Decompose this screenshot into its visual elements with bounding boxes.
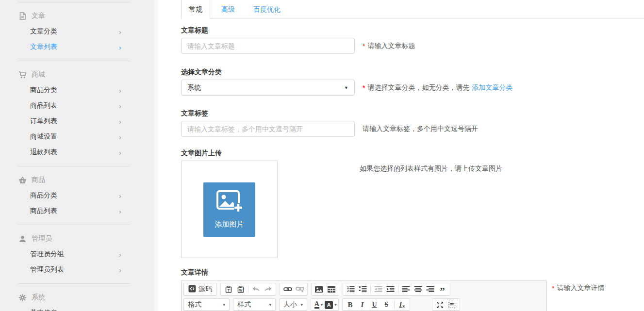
outdent-button[interactable] <box>372 284 384 295</box>
sidebar-divider <box>18 283 130 284</box>
article-category-hint: * 请选择文章分类，如无分类，请先 添加文章分类 <box>363 83 512 92</box>
sidebar-section-article[interactable]: 文章 <box>18 8 154 24</box>
size-dropdown[interactable]: 大小 ▾ <box>279 298 307 311</box>
paste-text-button[interactable]: T <box>222 284 234 295</box>
blockquote-button[interactable]: ” <box>436 284 448 295</box>
sidebar-item-goods-list[interactable]: 商品列表 › <box>18 98 121 114</box>
chevron-right-icon: › <box>119 87 121 94</box>
indent-button[interactable] <box>384 284 396 295</box>
sidebar-divider <box>18 61 130 61</box>
chevron-right-icon: › <box>119 251 121 258</box>
caret-down-icon: ▾ <box>321 302 323 307</box>
sidebar-section-label: 管理员 <box>32 234 52 243</box>
toolbar-separator <box>394 301 395 309</box>
article-detail-label: 文章详情 <box>181 267 644 277</box>
format-dropdown[interactable]: 格式 ▾ <box>183 298 230 311</box>
add-image-icon <box>216 190 243 214</box>
editor-toolbar-row-2: 格式 ▾ 样式 ▾ 大小 ▾ A <box>183 298 545 311</box>
align-left-button[interactable] <box>400 284 412 295</box>
sidebar-item-refund-list[interactable]: 退款列表 › <box>18 145 121 160</box>
article-tags-input[interactable] <box>181 121 355 137</box>
sidebar-item-product-list[interactable]: 商品列表 › <box>18 203 121 219</box>
bold-button[interactable]: B <box>344 299 356 310</box>
article-tags-label: 文章标签 <box>181 108 644 118</box>
chevron-right-icon: › <box>119 44 121 51</box>
italic-button[interactable]: I <box>356 299 368 310</box>
article-tags-hint: 请输入文章标签，多个用中文逗号隔开 <box>363 125 478 133</box>
styles-dropdown[interactable]: 样式 ▾ <box>233 298 276 311</box>
article-title-input[interactable] <box>181 38 355 54</box>
maximize-button[interactable] <box>434 299 446 310</box>
insert-image-button[interactable] <box>313 284 325 295</box>
quote-icon: ” <box>440 289 445 293</box>
paste-word-button[interactable]: W <box>234 284 247 295</box>
sidebar-section-mall[interactable]: 商城 <box>18 67 154 82</box>
sidebar-section-admin[interactable]: 管理员 <box>18 231 154 246</box>
strikethrough-button[interactable]: S <box>380 299 393 310</box>
add-category-link[interactable]: 添加文章分类 <box>472 83 512 92</box>
main-panel: 常规 高级 百度优化 文章标题 * 请输入文章标题 选择文章分类 系统 ▼ <box>158 0 644 311</box>
caret-down-icon: ▾ <box>223 302 225 307</box>
caret-down-icon: ▾ <box>334 302 337 307</box>
bg-color-button[interactable]: A ▾ <box>325 299 337 310</box>
sidebar-divider <box>18 166 130 166</box>
sidebar-item-basic-info[interactable]: 基本信息 › <box>18 305 121 311</box>
sidebar-item-article-list[interactable]: 文章列表 › <box>18 39 121 55</box>
remove-format-button[interactable]: I x <box>396 299 408 310</box>
undo-button[interactable] <box>250 284 262 295</box>
tab-advanced[interactable]: 高级 <box>214 0 242 18</box>
chevron-right-icon: › <box>119 266 121 274</box>
insert-table-button[interactable] <box>325 284 337 295</box>
tab-general[interactable]: 常规 <box>181 0 210 19</box>
chevron-right-icon: › <box>119 118 121 125</box>
source-button[interactable]: 源码 <box>185 284 215 295</box>
sidebar-item-order-list[interactable]: 订单列表 › <box>18 114 121 129</box>
ordered-list-button[interactable]: 12 <box>345 284 357 295</box>
sidebar-item-admin-list[interactable]: 管理员列表 › <box>18 262 121 278</box>
chevron-right-icon: › <box>119 133 121 141</box>
chevron-right-icon: › <box>119 310 121 311</box>
unlink-button[interactable] <box>294 284 306 295</box>
required-mark: * <box>363 84 365 92</box>
rich-text-editor: 源码 T W <box>181 280 547 311</box>
sidebar-section-label: 商城 <box>32 70 45 79</box>
basket-icon <box>18 177 27 184</box>
sidebar-section-system[interactable]: 系统 <box>18 290 154 305</box>
chevron-right-icon: › <box>119 192 121 199</box>
svg-text:2: 2 <box>347 289 349 293</box>
underline-button[interactable]: U <box>368 299 380 310</box>
editor-toolbar-row-1: 源码 T W <box>183 283 545 295</box>
text-color-button[interactable]: A ▾ <box>313 299 325 310</box>
link-button[interactable] <box>281 284 294 295</box>
svg-text:W: W <box>239 288 242 292</box>
chevron-right-icon: › <box>119 28 121 35</box>
sidebar-item-article-category[interactable]: 文章分类 › <box>18 24 121 39</box>
article-title-label: 文章标题 <box>181 25 644 35</box>
show-blocks-button[interactable] <box>446 299 458 310</box>
sidebar-item-admin-group[interactable]: 管理员分组 › <box>18 246 121 262</box>
image-upload-box: 添加图片 <box>181 161 278 258</box>
sidebar: 文章 文章分类 › 文章列表 › 商城 商品分类 › 商品列表 › 订单列表 › <box>0 0 154 311</box>
text-color-icon: A <box>314 301 319 309</box>
sidebar-item-goods-category[interactable]: 商品分类 › <box>18 82 121 98</box>
bullet-list-button[interactable] <box>357 284 369 295</box>
align-center-button[interactable] <box>412 284 424 295</box>
user-icon <box>18 235 27 243</box>
sidebar-section-label: 商品 <box>32 176 45 184</box>
article-category-select[interactable]: 系统 ▼ <box>181 80 355 96</box>
sidebar-section-label: 文章 <box>32 12 45 20</box>
file-icon <box>18 12 27 20</box>
tab-bar: 常规 高级 百度优化 <box>181 0 644 18</box>
caret-down-icon: ▾ <box>300 302 303 307</box>
sidebar-item-mall-settings[interactable]: 商城设置 › <box>18 129 121 145</box>
sidebar-item-product-category[interactable]: 商品分类 › <box>18 188 121 203</box>
admin-page: 文章 文章分类 › 文章列表 › 商城 商品分类 › 商品列表 › 订单列表 › <box>0 0 644 311</box>
svg-text:1: 1 <box>347 286 349 289</box>
add-image-button[interactable]: 添加图片 <box>203 182 255 237</box>
align-right-button[interactable] <box>424 284 436 295</box>
add-image-label: 添加图片 <box>215 220 244 229</box>
selected-category: 系统 <box>187 83 201 92</box>
tab-baidu-seo[interactable]: 百度优化 <box>246 0 288 18</box>
redo-button[interactable] <box>262 284 274 295</box>
sidebar-section-product[interactable]: 商品 <box>18 172 154 188</box>
